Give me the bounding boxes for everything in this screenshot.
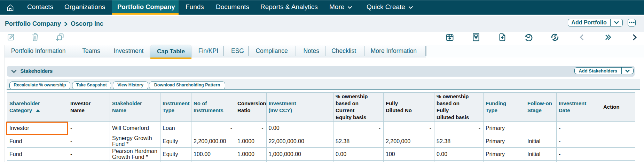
svg-text:$: $ <box>554 35 556 40</box>
